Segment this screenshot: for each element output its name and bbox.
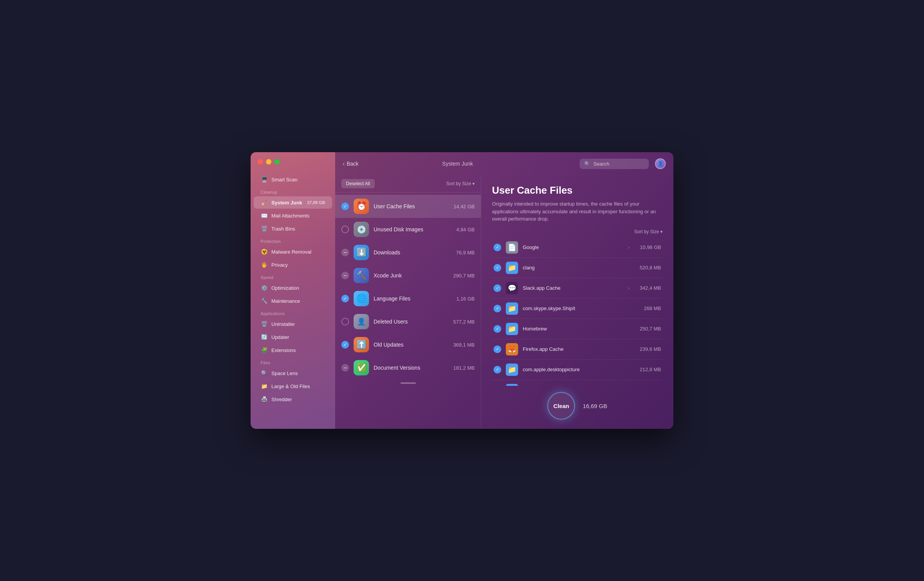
item-name: User Cache Files — [374, 203, 449, 209]
detail-item[interactable]: ✓ 📄 Google › 10,98 GB — [492, 237, 663, 258]
large-files-icon: 📁 — [261, 383, 268, 390]
old-updates-icon: ⬆️ — [354, 337, 369, 352]
checkbox-deleted-users[interactable] — [341, 318, 349, 325]
homebrew-icon: 📁 — [506, 323, 518, 335]
sidebar-item-optimization[interactable]: ⚙️ Optimization — [254, 282, 332, 294]
item-name: Deleted Users — [374, 319, 449, 325]
item-size: 4,84 GB — [456, 227, 475, 232]
sidebar-item-uninstaller[interactable]: 🗑️ Uninstaller — [254, 318, 332, 330]
deselect-all-button[interactable]: Deselect All — [341, 179, 375, 188]
item-name: Slack.app Cache — [523, 285, 623, 291]
checkbox-document-versions[interactable]: − — [341, 364, 349, 372]
list-item[interactable]: ✓ 🌐 Language Files 1,16 GB — [335, 287, 481, 310]
avatar[interactable]: 👤 — [655, 158, 666, 169]
close-button[interactable] — [258, 159, 263, 164]
item-size: 212,8 MB — [634, 367, 661, 372]
list-item[interactable]: − ⬇️ Downloads 76,9 MB — [335, 241, 481, 264]
item-size: 369,1 MB — [453, 342, 475, 348]
detail-checkbox-firefox[interactable]: ✓ — [494, 345, 501, 353]
sidebar-item-extensions[interactable]: 🧩 Extensions — [254, 344, 332, 356]
sidebar-item-label: Maintenance — [271, 298, 300, 304]
sidebar-item-large-old-files[interactable]: 📁 Large & Old Files — [254, 380, 332, 392]
section-title: System Junk — [342, 161, 573, 167]
section-label-speed: Speed — [251, 271, 335, 281]
item-name: Document Versions — [374, 365, 449, 371]
language-icon: 🌐 — [354, 291, 369, 306]
detail-panel: User Cache Files Originally intended to … — [481, 175, 673, 429]
checkbox-user-cache[interactable]: ✓ — [341, 203, 349, 210]
list-item[interactable]: − 🔨 Xcode Junk 290,7 MB — [335, 264, 481, 287]
detail-checkbox-google[interactable]: ✓ — [494, 244, 501, 251]
detail-item[interactable]: ✓ 📁 Homebrew 250,7 MB — [492, 319, 663, 339]
sidebar-item-system-junk[interactable]: 🧹 System Junk 27,09 GB — [254, 196, 332, 209]
detail-checkbox-homebrew[interactable]: ✓ — [494, 325, 501, 333]
checkbox-xcode[interactable]: − — [341, 272, 349, 279]
search-placeholder: Search — [593, 161, 609, 167]
sidebar-item-space-lens[interactable]: 🔍 Space Lens — [254, 367, 332, 379]
sidebar-item-updater[interactable]: 🔄 Updater — [254, 331, 332, 343]
list-item[interactable]: 💿 Unused Disk Images 4,84 GB — [335, 218, 481, 241]
detail-item[interactable]: ✓ 📁 com.skype.skype.ShipIt 268 MB — [492, 299, 663, 319]
sidebar-item-label: Updater — [271, 334, 289, 340]
clean-button[interactable]: Clean — [547, 392, 575, 420]
system-junk-icon: 🧹 — [261, 199, 268, 206]
sidebar-item-smart-scan[interactable]: 🖥️ Smart Scan — [254, 173, 332, 186]
detail-item[interactable]: ✓ 💬 Slack.app Cache › 342,4 MB — [492, 278, 663, 299]
sidebar-item-label: Mail Attachments — [271, 213, 309, 219]
smart-scan-icon: 🖥️ — [261, 176, 268, 183]
checkbox-old-updates[interactable]: ✓ — [341, 341, 349, 349]
item-size: 520,8 MB — [634, 265, 661, 271]
detail-item[interactable]: ✓ 📁 com.apple.desktoppicture 212,8 MB — [492, 360, 663, 380]
slack-icon: 💬 — [506, 282, 518, 294]
detail-checkbox-slack[interactable]: ✓ — [494, 284, 501, 292]
item-name: Downloads — [374, 249, 452, 256]
item-name: Google — [523, 244, 623, 250]
detail-items-list: ✓ 📄 Google › 10,98 GB ✓ 📁 clang 520,8 MB — [492, 237, 663, 386]
checkbox-downloads[interactable]: − — [341, 249, 349, 256]
space-lens-icon: 🔍 — [261, 370, 268, 377]
maximize-button[interactable] — [274, 159, 280, 164]
detail-checkbox-skype[interactable]: ✓ — [494, 305, 501, 312]
list-item[interactable]: ✓ ⏰ User Cache Files 14,42 GB — [335, 195, 481, 218]
sidebar-item-label: Large & Old Files — [271, 383, 310, 389]
expand-chevron-icon: › — [628, 245, 630, 250]
maintenance-icon: 🔧 — [261, 297, 268, 304]
malware-icon: ☣️ — [261, 248, 268, 255]
user-cache-icon: ⏰ — [354, 199, 369, 214]
skype-icon: 📁 — [506, 302, 518, 315]
checkbox-language[interactable]: ✓ — [341, 295, 349, 302]
detail-sort-button[interactable]: Sort by Size ▾ — [492, 229, 663, 234]
detail-item[interactable]: ✓ 🦊 Firefox.app Cache 239,6 MB — [492, 339, 663, 360]
sort-by-size-button[interactable]: Sort by Size ▾ — [446, 181, 475, 186]
section-label-files: Files — [251, 357, 335, 367]
minimize-button[interactable] — [266, 159, 271, 164]
firefox-icon: 🦊 — [506, 343, 518, 355]
item-name: Old Updates — [374, 342, 449, 348]
detail-item[interactable]: ✓ 📁 com.tinyspeck.slackmacgap.ShipIt 209… — [492, 380, 663, 386]
list-panel: Deselect All Sort by Size ▾ ✓ ⏰ User Cac… — [335, 175, 481, 429]
list-item[interactable]: − ✅ Document Versions 181,2 MB — [335, 356, 481, 379]
search-box[interactable]: 🔍 Search — [580, 159, 649, 169]
search-icon: 🔍 — [584, 161, 590, 167]
sidebar-item-privacy[interactable]: 🖐️ Privacy — [254, 259, 332, 271]
item-size: 290,7 MB — [453, 273, 475, 279]
detail-checkbox-clang[interactable]: ✓ — [494, 264, 501, 272]
item-size: 1,16 GB — [456, 296, 475, 302]
expand-chevron-icon: › — [628, 286, 630, 291]
checkbox-disk-images[interactable] — [341, 226, 349, 233]
sidebar-item-shredder[interactable]: 🖨️ Shredder — [254, 393, 332, 405]
item-name: Xcode Junk — [374, 272, 449, 279]
list-item[interactable]: 👤 Deleted Users 577,2 MB — [335, 310, 481, 333]
detail-description: Originally intended to improve startup t… — [492, 200, 663, 223]
item-size: 577,2 MB — [453, 319, 475, 325]
sidebar-item-trash-bins[interactable]: 🗑️ Trash Bins — [254, 222, 332, 235]
list-item[interactable]: ✓ ⬆️ Old Updates 369,1 MB — [335, 333, 481, 356]
sidebar-item-malware-removal[interactable]: ☣️ Malware Removal — [254, 246, 332, 258]
sidebar-item-label: Smart Scan — [271, 177, 297, 183]
detail-item[interactable]: ✓ 📁 clang 520,8 MB — [492, 258, 663, 278]
detail-checkbox-desktoppicture[interactable]: ✓ — [494, 366, 501, 374]
sidebar-item-maintenance[interactable]: 🔧 Maintenance — [254, 295, 332, 307]
sidebar-item-mail-attachments[interactable]: ✉️ Mail Attachments — [254, 209, 332, 222]
system-junk-badge: 27,09 GB — [307, 200, 325, 205]
item-size: 181,2 MB — [453, 365, 475, 371]
